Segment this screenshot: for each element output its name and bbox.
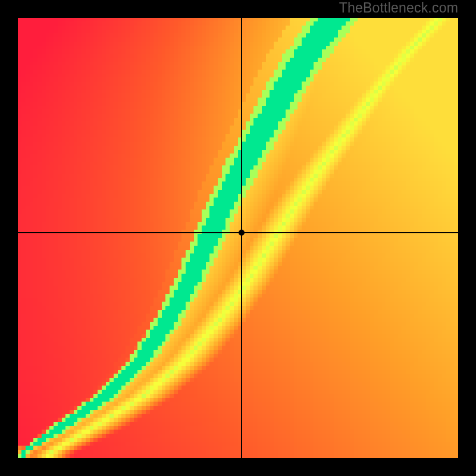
watermark-text: TheBottleneck.com [339,0,458,16]
crosshair-marker [239,230,245,236]
heatmap-canvas [18,18,458,458]
chart-frame: TheBottleneck.com [0,0,476,476]
plot-area [18,18,458,458]
crosshair-vertical [241,18,242,458]
